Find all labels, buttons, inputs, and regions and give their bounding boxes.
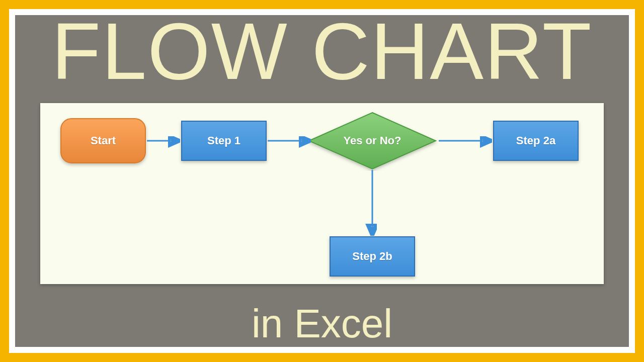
node-label: Yes or No? [307, 111, 438, 171]
flowchart-node-step2b: Step 2b [330, 236, 415, 277]
flowchart-node-step1: Step 1 [181, 121, 267, 161]
subtitle-text: in Excel [15, 301, 629, 347]
arrow-decision-to-step2b [365, 169, 380, 237]
title-text: FLOW CHART [15, 5, 629, 98]
gray-panel: FLOW CHART Start Step 1 [15, 15, 629, 347]
outer-frame: FLOW CHART Start Step 1 [0, 0, 644, 362]
flowchart-node-start: Start [60, 118, 146, 163]
flowchart-canvas: Start Step 1 [40, 103, 604, 284]
arrow-start-to-step1 [146, 133, 181, 148]
node-label: Start [91, 134, 116, 147]
arrow-step1-to-decision [267, 133, 312, 148]
node-label: Step 2b [352, 250, 392, 263]
arrow-decision-to-step2a [438, 133, 493, 148]
node-label: Step 2a [516, 134, 555, 147]
white-frame: FLOW CHART Start Step 1 [9, 9, 635, 353]
flowchart-node-decision: Yes or No? [307, 111, 438, 171]
flowchart-node-step2a: Step 2a [493, 121, 579, 161]
node-label: Step 1 [207, 134, 240, 147]
